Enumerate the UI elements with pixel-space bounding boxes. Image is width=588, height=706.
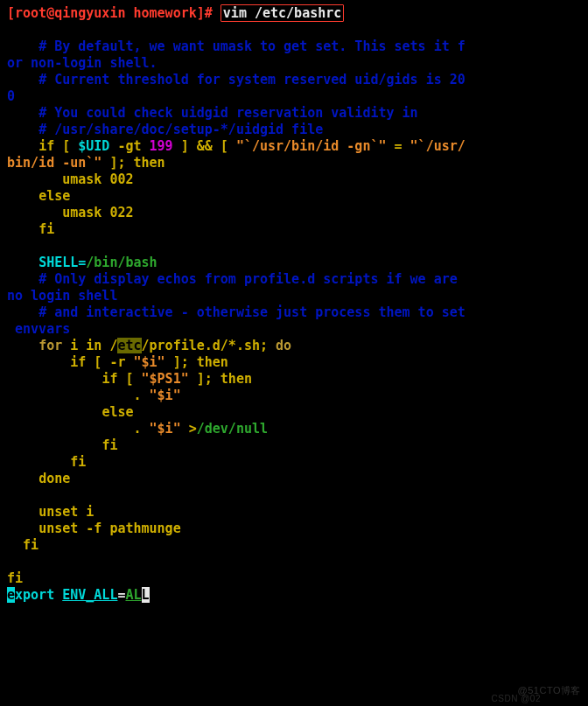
code: .: [7, 421, 150, 437]
env-value-last: L: [142, 587, 150, 603]
else-keyword: else: [7, 404, 134, 420]
comment-line: # You could check uidgid reservation val…: [7, 105, 418, 121]
command-box: vim /etc/bashrc: [220, 4, 344, 22]
if-keyword: if [ -r: [7, 354, 134, 370]
do-keyword: do: [276, 338, 291, 353]
fi-keyword: fi: [7, 437, 117, 453]
code: /profile.d/*.sh;: [142, 338, 276, 353]
env-value: AL: [125, 587, 141, 603]
for-keyword: for: [7, 338, 62, 353]
terminal[interactable]: [root@qingyuxin homework]# vim /etc/bash…: [0, 0, 588, 609]
code: i in /: [62, 338, 117, 353]
if-keyword: if [: [7, 371, 142, 387]
etc-highlight: etc: [117, 338, 141, 353]
string: "$i": [134, 354, 165, 370]
string: "$PS1": [142, 371, 189, 387]
code: ]; then: [165, 354, 228, 370]
string: "`/usr/: [410, 138, 466, 154]
umask-002: umask 002: [7, 171, 134, 187]
prompt-bracket2: ]#: [197, 5, 220, 21]
comment-line: # Current threshold for system reserved …: [7, 72, 466, 87]
comment-line: 0: [7, 88, 15, 104]
devnull: /dev/null: [197, 421, 268, 437]
fi-keyword: fi: [7, 570, 23, 586]
number: 199: [150, 138, 173, 154]
code: ] && [: [173, 138, 236, 154]
export-keyword: xport: [15, 587, 54, 603]
fi-keyword: fi: [7, 221, 54, 237]
unset-pathmunge: unset -f pathmunge: [7, 521, 181, 536]
string: bin/id -un`": [7, 155, 102, 171]
else-keyword: else: [7, 188, 70, 204]
fi-keyword: fi: [7, 537, 38, 553]
code: -gt: [109, 138, 149, 154]
env-var: ENV_ALL: [62, 587, 117, 603]
command-text: vim /etc/bashrc: [223, 5, 341, 21]
comment-line: # By default, we want umask to get set. …: [7, 38, 466, 54]
shell-path: /bin/bash: [86, 255, 157, 270]
shell-var: SHELL=: [7, 255, 86, 270]
cursor: e: [7, 587, 15, 603]
fi-keyword: fi: [7, 454, 86, 470]
comment-line: envvars: [7, 321, 70, 337]
done-keyword: done: [7, 471, 70, 486]
prompt-user-host: root@qingyuxin: [15, 5, 133, 21]
uid-var: $UID: [78, 138, 109, 154]
code: .: [7, 388, 150, 403]
comment-line: # and interactive - otherwise just proce…: [7, 304, 466, 320]
comment-line: or non-login shell.: [7, 55, 158, 71]
prompt-dir: homework: [134, 5, 197, 21]
then-keyword: ]; then: [102, 155, 164, 171]
watermark-csdn: CSDN @02: [492, 694, 541, 703]
if-keyword: if [: [7, 138, 78, 154]
prompt-bracket1: [: [7, 5, 15, 21]
string: "$i": [150, 421, 181, 437]
code: =: [387, 138, 410, 154]
string: "$i": [150, 388, 181, 403]
comment-line: # /usr/share/doc/setup-*/uidgid file: [7, 122, 323, 137]
unset-i: unset i: [7, 504, 94, 520]
comment-line: # Only display echos from profile.d scri…: [7, 271, 466, 287]
space: [54, 587, 62, 603]
code: ]; then: [189, 371, 252, 387]
string: "`/usr/bin/id -gn`": [236, 138, 387, 154]
umask-022: umask 022: [7, 205, 134, 220]
code: >: [181, 421, 197, 437]
comment-line: no login shell: [7, 288, 117, 304]
